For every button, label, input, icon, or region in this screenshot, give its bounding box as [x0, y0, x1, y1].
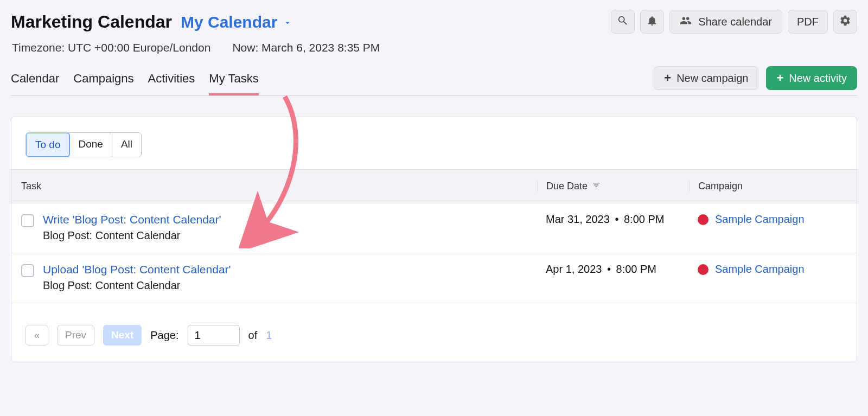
task-subtitle: Blog Post: Content Calendar	[43, 279, 231, 292]
campaign-name: Sample Campaign	[715, 213, 805, 226]
now-text: Now: March 6, 2023 8:35 PM	[232, 41, 380, 54]
new-activity-button[interactable]: + New activity	[766, 66, 857, 90]
calendar-name: My Calendar	[181, 13, 277, 31]
new-campaign-button[interactable]: + New campaign	[654, 66, 758, 90]
tab-campaigns[interactable]: Campaigns	[73, 66, 133, 95]
task-title-link[interactable]: Upload 'Blog Post: Content Calendar'	[43, 263, 231, 276]
filter-done[interactable]: Done	[69, 133, 112, 157]
tab-activities[interactable]: Activities	[148, 66, 195, 95]
table-row: Write 'Blog Post: Content Calendar' Blog…	[11, 203, 857, 253]
search-icon	[617, 15, 629, 29]
settings-button[interactable]	[833, 10, 857, 34]
column-task: Task	[21, 181, 546, 192]
campaign-color-dot	[698, 214, 709, 225]
page-input[interactable]	[188, 325, 240, 345]
tab-my-tasks[interactable]: My Tasks	[209, 66, 258, 95]
next-page-button[interactable]: Next	[103, 325, 142, 345]
notifications-button[interactable]	[640, 10, 664, 34]
people-icon	[680, 15, 692, 29]
task-subtitle: Blog Post: Content Calendar	[43, 229, 221, 242]
chevron-down-icon	[283, 13, 292, 31]
column-due-date[interactable]: Due Date	[537, 181, 698, 192]
share-label: Share calendar	[698, 16, 772, 28]
task-checkbox[interactable]	[21, 214, 34, 227]
task-campaign-link[interactable]: Sample Campaign	[698, 263, 847, 276]
pdf-label: PDF	[797, 16, 819, 28]
share-calendar-button[interactable]: Share calendar	[669, 10, 782, 34]
page-label: Page:	[150, 329, 178, 342]
new-campaign-label: New campaign	[676, 72, 748, 85]
plus-icon: +	[664, 72, 671, 84]
timezone-text: Timezone: UTC +00:00 Europe/London	[12, 41, 210, 54]
campaign-name: Sample Campaign	[715, 263, 805, 276]
task-due: Mar 31, 2023 • 8:00 PM	[546, 213, 698, 226]
page-title: Marketing Calendar	[11, 12, 172, 32]
page-of-label: of	[248, 329, 258, 342]
first-page-button[interactable]: «	[25, 325, 48, 345]
task-checkbox[interactable]	[21, 264, 34, 277]
calendar-dropdown[interactable]: My Calendar	[181, 13, 292, 31]
double-chevron-left-icon: «	[34, 329, 40, 341]
filter-all[interactable]: All	[112, 133, 141, 157]
task-title-link[interactable]: Write 'Blog Post: Content Calendar'	[43, 213, 221, 226]
search-button[interactable]	[611, 10, 635, 34]
table-row: Upload 'Blog Post: Content Calendar' Blo…	[11, 253, 857, 303]
column-campaign: Campaign	[689, 181, 847, 192]
plus-icon: +	[776, 72, 783, 84]
status-filter: To do Done All	[25, 132, 142, 157]
bell-icon	[646, 15, 658, 29]
column-due-label: Due Date	[546, 181, 588, 192]
new-activity-label: New activity	[789, 72, 847, 85]
task-campaign-link[interactable]: Sample Campaign	[698, 213, 847, 226]
filter-todo[interactable]: To do	[25, 132, 70, 157]
prev-page-button[interactable]: Prev	[57, 325, 94, 345]
page-total: 1	[266, 329, 272, 342]
tasks-card: To do Done All Task Due Date Campaign Wr…	[11, 117, 857, 362]
campaign-color-dot	[698, 264, 709, 275]
tab-calendar[interactable]: Calendar	[11, 66, 59, 95]
task-due: Apr 1, 2023 • 8:00 PM	[546, 263, 698, 276]
sort-icon	[592, 181, 601, 192]
gear-icon	[839, 15, 851, 29]
pdf-button[interactable]: PDF	[788, 10, 828, 34]
